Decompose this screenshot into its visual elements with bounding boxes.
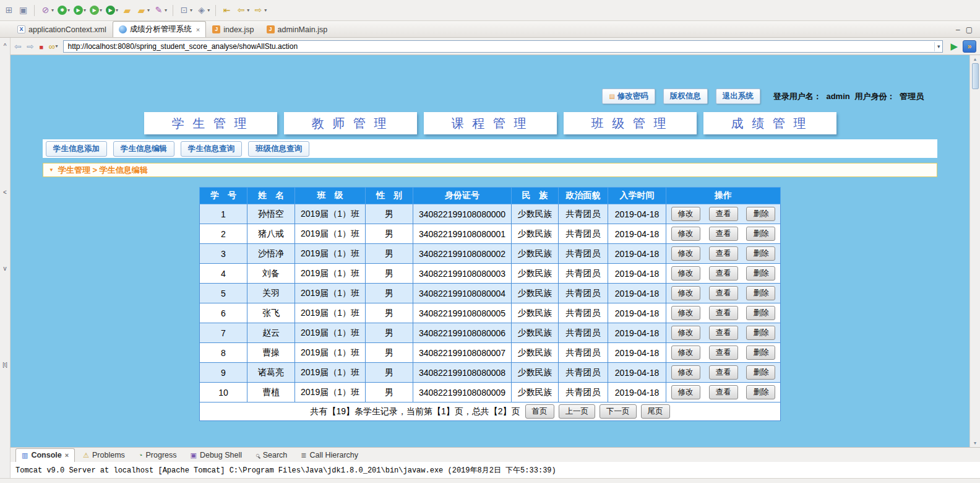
- view-button[interactable]: 查看: [709, 286, 738, 300]
- delete-button[interactable]: 删除: [746, 286, 775, 300]
- edit-button[interactable]: 修改: [671, 246, 700, 261]
- view-button[interactable]: 查看: [709, 306, 738, 320]
- minimized-view-label[interactable]: [t]: [2, 362, 7, 368]
- delete-button[interactable]: 删除: [746, 246, 775, 261]
- main-menu-item[interactable]: 成 绩 管 理: [703, 112, 836, 134]
- dropdown-arrow-icon[interactable]: ▾: [55, 43, 58, 49]
- dropdown-arrow-icon[interactable]: ▾: [190, 7, 192, 13]
- edit-button[interactable]: 修改: [671, 207, 700, 221]
- main-menu-item[interactable]: 教 师 管 理: [284, 112, 417, 134]
- dropdown-arrow-icon[interactable]: ▾: [51, 7, 54, 13]
- skip-breakpoints-icon[interactable]: ⊘ ▾: [39, 4, 55, 17]
- coverage-icon[interactable]: ▶ ▾: [88, 4, 103, 16]
- dropdown-arrow-icon[interactable]: ▾: [247, 7, 249, 13]
- save-all-icon[interactable]: ▣: [17, 4, 30, 17]
- delete-button[interactable]: 删除: [746, 306, 775, 320]
- browser-view-icon[interactable]: »: [963, 40, 976, 53]
- edit-button[interactable]: 修改: [671, 227, 700, 241]
- edit-button[interactable]: 修改: [671, 365, 700, 380]
- dropdown-arrow-icon[interactable]: ▾: [116, 7, 118, 13]
- dropdown-arrow-icon[interactable]: ▾: [67, 7, 70, 13]
- dropdown-arrow-icon[interactable]: ▾: [147, 7, 150, 13]
- dropdown-arrow-icon[interactable]: ▾: [84, 7, 86, 13]
- view-button[interactable]: 查看: [709, 227, 738, 241]
- go-button[interactable]: ▶: [950, 41, 958, 52]
- change-password-button[interactable]: ▤ 修改密码: [602, 89, 655, 104]
- external-tools-icon[interactable]: ▶ ▾: [105, 4, 119, 16]
- console-view-tab[interactable]: ▣ Debug Shell: [185, 449, 248, 462]
- sub-menu-item[interactable]: 学生信息编辑: [113, 141, 174, 157]
- close-view-icon[interactable]: ×: [65, 451, 69, 459]
- nav-forward-icon[interactable]: ⇨: [25, 41, 35, 52]
- dropdown-arrow-icon[interactable]: ▾: [207, 7, 210, 13]
- new-wizard-icon[interactable]: ⊞: [2, 4, 15, 17]
- view-button[interactable]: 查看: [709, 326, 738, 340]
- view-button[interactable]: 查看: [709, 346, 738, 360]
- delete-button[interactable]: 删除: [746, 365, 775, 380]
- editor-tab[interactable]: X applicationContext.xml: [11, 21, 113, 37]
- edit-button[interactable]: 修改: [671, 346, 700, 360]
- import-folder-icon[interactable]: ▰ ▾: [135, 4, 151, 17]
- collapse-bottom-icon[interactable]: v: [4, 265, 7, 272]
- editor-tab[interactable]: 成绩分析管理系统 ×: [113, 21, 206, 37]
- scroll-up-icon[interactable]: ▴: [974, 56, 976, 62]
- view-button[interactable]: 查看: [709, 365, 738, 380]
- main-menu-item[interactable]: 课 程 管 理: [424, 112, 557, 134]
- console-view-tab[interactable]: ▥ Console ×: [15, 448, 75, 462]
- delete-button[interactable]: 删除: [746, 326, 775, 340]
- pager-button[interactable]: 下一页: [600, 404, 637, 419]
- link-icon[interactable]: ∞ ▾: [47, 41, 59, 52]
- console-view-tab[interactable]: ⚠ Problems: [77, 449, 131, 462]
- edit-button[interactable]: 修改: [671, 306, 700, 320]
- main-menu-item[interactable]: 学 生 管 理: [144, 112, 277, 134]
- sub-menu-item[interactable]: 学生信息添加: [46, 141, 107, 157]
- open-folder-icon[interactable]: ▰: [121, 4, 134, 17]
- view-button[interactable]: 查看: [709, 385, 738, 399]
- back-icon[interactable]: ⇦ ▾: [234, 4, 251, 17]
- edit-button[interactable]: 修改: [671, 286, 700, 300]
- run-icon[interactable]: ▶ ▾: [72, 4, 87, 16]
- view-button[interactable]: 查看: [709, 266, 738, 281]
- sub-menu-item[interactable]: 学生信息查询: [181, 141, 242, 157]
- view-button[interactable]: 查看: [709, 246, 738, 261]
- dropdown-arrow-icon[interactable]: ▾: [264, 7, 267, 13]
- edit-button[interactable]: 修改: [671, 266, 700, 281]
- mark-occurrences-icon[interactable]: ◈ ▾: [195, 4, 211, 17]
- delete-button[interactable]: 删除: [746, 346, 775, 360]
- maximize-icon[interactable]: ▢: [966, 25, 973, 34]
- restore-left-view-icon[interactable]: <: [3, 189, 7, 196]
- caret-down-icon[interactable]: ▼: [49, 167, 54, 173]
- edit-button[interactable]: 修改: [671, 326, 700, 340]
- scroll-down-icon[interactable]: ▾: [974, 440, 976, 446]
- main-menu-item[interactable]: 班 级 管 理: [564, 112, 697, 134]
- pager-button[interactable]: 首页: [525, 404, 554, 419]
- console-view-tab[interactable]: ◔ Progress: [133, 449, 183, 462]
- url-input[interactable]: [63, 40, 943, 53]
- last-edit-location-icon[interactable]: ⇤: [220, 4, 233, 17]
- scrollbar-thumb[interactable]: [972, 63, 979, 89]
- logout-button[interactable]: 退出系统: [716, 89, 760, 104]
- dropdown-arrow-icon[interactable]: ▾: [165, 7, 167, 13]
- wand-icon[interactable]: ✎ ▾: [152, 4, 168, 17]
- console-view-tab[interactable]: ○ Search: [250, 449, 293, 462]
- pager-button[interactable]: 尾页: [641, 404, 670, 419]
- open-type-icon[interactable]: ⊡ ▾: [178, 4, 194, 17]
- minimize-icon[interactable]: –: [956, 25, 960, 34]
- delete-button[interactable]: 删除: [746, 207, 775, 221]
- url-dropdown-icon[interactable]: ▾: [934, 42, 942, 51]
- vertical-scrollbar[interactable]: ▴ ▾: [969, 55, 980, 447]
- forward-icon[interactable]: ⇨ ▾: [252, 4, 268, 17]
- delete-button[interactable]: 删除: [746, 266, 775, 281]
- delete-button[interactable]: 删除: [746, 227, 775, 241]
- nav-back-icon[interactable]: ⇦: [13, 41, 23, 52]
- copyright-button[interactable]: 版权信息: [663, 89, 708, 104]
- pager-button[interactable]: 上一页: [559, 404, 596, 419]
- dropdown-arrow-icon[interactable]: ▾: [100, 7, 102, 13]
- sub-menu-item[interactable]: 班级信息查询: [248, 141, 309, 157]
- editor-tab[interactable]: J adminMain.jsp: [260, 21, 334, 37]
- edit-button[interactable]: 修改: [671, 385, 700, 399]
- collapse-top-icon[interactable]: ^: [4, 43, 7, 50]
- view-button[interactable]: 查看: [709, 207, 738, 221]
- debug-icon[interactable]: ✱ ▾: [56, 4, 71, 16]
- delete-button[interactable]: 删除: [746, 385, 775, 399]
